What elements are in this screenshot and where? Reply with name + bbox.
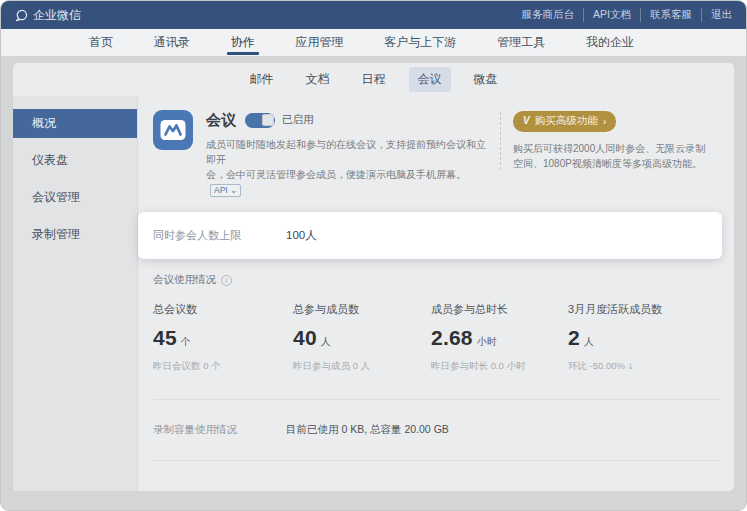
- nav-item-home[interactable]: 首页: [89, 29, 113, 56]
- tab-meeting[interactable]: 会议: [409, 67, 451, 92]
- nav-item-customers[interactable]: 客户与上下游: [384, 29, 456, 56]
- tab-drive[interactable]: 微盘: [465, 67, 507, 92]
- buy-premium-button[interactable]: V 购买高级功能 ›: [513, 111, 616, 132]
- stat-value: 45: [153, 326, 177, 350]
- stat-value: 40: [293, 326, 317, 350]
- arrow-right-icon: ›: [603, 116, 607, 126]
- link-provider-console[interactable]: 服务商后台: [513, 8, 584, 22]
- participant-limit-label: 同时参会人数上限: [153, 228, 286, 243]
- stat-unit: 人: [584, 335, 594, 349]
- tab-mail[interactable]: 邮件: [241, 67, 283, 92]
- stat-unit: 小时: [477, 335, 497, 349]
- api-dropdown-tag[interactable]: API ⌄: [210, 184, 241, 197]
- stat-unit: 人: [321, 335, 331, 349]
- stat-value: 2.68: [431, 326, 473, 350]
- link-api-docs[interactable]: API文档: [583, 8, 640, 22]
- premium-section: V 购买高级功能 › 购买后可获得2000人同时参会、无限云录制 空间、1080…: [513, 110, 726, 197]
- stat-unit: 个: [181, 335, 191, 349]
- info-icon[interactable]: i: [221, 275, 232, 286]
- stat-total-participants: 总参与成员数 40 人 昨日参与成员 0 人: [293, 302, 431, 373]
- stat-value: 2: [568, 326, 580, 350]
- sidebar-item-recording-management[interactable]: 录制管理: [13, 220, 137, 249]
- main-panel: 会议 已启用 成员可随时随地发起和参与的在线会议，支持提前预约会议和立即开 会，…: [138, 96, 734, 491]
- usage-title: 会议使用情况: [153, 273, 216, 287]
- sidebar-item-dashboard[interactable]: 仪表盘: [13, 146, 137, 175]
- trend-down-icon: ↓: [628, 360, 633, 371]
- premium-description: 购买后可获得2000人同时参会、无限云录制 空间、1080P视频清晰度等多项高级…: [513, 141, 720, 171]
- secondary-tabs: 邮件 文档 日程 会议 微盘: [13, 63, 734, 96]
- premium-description-line1: 购买后可获得2000人同时参会、无限云录制: [513, 143, 705, 154]
- buy-premium-label: 购买高级功能: [535, 114, 598, 128]
- link-contact-support[interactable]: 联系客服: [640, 8, 701, 22]
- enable-toggle[interactable]: [245, 113, 275, 128]
- app-description: 成员可随时随地发起和参与的在线会议，支持提前预约会议和立即开 会，会中可灵活管理…: [206, 137, 488, 197]
- wechat-work-bubble-icon: [15, 9, 28, 22]
- status-enabled-label: 已启用: [282, 113, 314, 127]
- link-logout[interactable]: 退出: [701, 8, 732, 22]
- recording-capacity-value: 目前已使用 0 KB, 总容量 20.00 GB: [286, 423, 449, 437]
- caret-down-icon: ⌄: [230, 185, 237, 195]
- premium-description-line2: 空间、1080P视频清晰度等多项高级功能。: [513, 158, 702, 169]
- app-header: 会议 已启用 成员可随时随地发起和参与的在线会议，支持提前预约会议和立即开 会，…: [138, 110, 734, 197]
- stats-row: 总会议数 45 个 昨日会议数 0 个 总参与成员数 40 人: [153, 302, 719, 373]
- app-header-text: 会议 已启用 成员可随时随地发起和参与的在线会议，支持提前预约会议和立即开 会，…: [206, 110, 488, 197]
- recording-capacity-label: 录制容量使用情况: [153, 423, 286, 437]
- recording-capacity-row: 录制容量使用情况 目前已使用 0 KB, 总容量 20.00 GB: [153, 399, 722, 461]
- sidebar: 概况 仪表盘 会议管理 录制管理: [13, 96, 138, 491]
- stat-subtext: 环比 -50.00%↓: [568, 360, 719, 373]
- sidebar-item-overview[interactable]: 概况: [13, 109, 137, 138]
- brand-logo[interactable]: 企业微信: [15, 7, 81, 24]
- card-body: 概况 仪表盘 会议管理 录制管理 会: [13, 96, 734, 491]
- participant-limit-value: 100人: [286, 228, 317, 243]
- app-description-line2: 会，会中可灵活管理参会成员，便捷演示电脑及手机屏幕。: [206, 169, 466, 180]
- browser-window: 企业微信 服务商后台 API文档 联系客服 退出 首页 通讯录 协作 应用管理 …: [0, 0, 747, 511]
- premium-v-icon: V: [523, 115, 530, 126]
- tab-calendar[interactable]: 日程: [353, 67, 395, 92]
- nav-item-my-company[interactable]: 我的企业: [586, 29, 634, 56]
- toggle-knob: [262, 114, 274, 126]
- usage-title-row: 会议使用情况 i: [153, 273, 719, 287]
- topbar-links: 服务商后台 API文档 联系客服 退出: [513, 8, 732, 22]
- stat-monthly-active: 3月月度活跃成员数 2 人 环比 -50.00%↓: [568, 302, 719, 373]
- usage-section: 会议使用情况 i 总会议数 45 个 昨日会议数 0 个: [138, 273, 734, 373]
- stat-total-meetings: 总会议数 45 个 昨日会议数 0 个: [153, 302, 293, 373]
- stat-subtext: 昨日参与成员 0 人: [293, 360, 431, 373]
- brand-name: 企业微信: [33, 7, 81, 24]
- nav-item-collaboration[interactable]: 协作: [231, 29, 255, 56]
- content-card: 邮件 文档 日程 会议 微盘 概况 仪表盘 会议管理 录制管理: [13, 63, 734, 491]
- stat-subtext: 昨日参与时长 0.0 小时: [431, 360, 568, 373]
- page-title: 会议: [206, 111, 236, 130]
- app-description-line1: 成员可随时随地发起和参与的在线会议，支持提前预约会议和立即开: [206, 139, 486, 165]
- nav-item-contacts[interactable]: 通讯录: [154, 29, 190, 56]
- sidebar-item-meeting-management[interactable]: 会议管理: [13, 183, 137, 212]
- primary-nav: 首页 通讯录 协作 应用管理 客户与上下游 管理工具 我的企业: [1, 29, 746, 56]
- nav-item-admin-tools[interactable]: 管理工具: [497, 29, 545, 56]
- participant-limit-row: 同时参会人数上限 100人: [138, 212, 722, 259]
- stat-subtext: 昨日会议数 0 个: [153, 360, 293, 373]
- nav-item-apps[interactable]: 应用管理: [295, 29, 343, 56]
- topbar: 企业微信 服务商后台 API文档 联系客服 退出: [1, 1, 746, 29]
- meeting-app-icon: [153, 110, 193, 150]
- dashed-divider: [500, 112, 501, 170]
- stat-total-duration: 成员参与总时长 2.68 小时 昨日参与时长 0.0 小时: [431, 302, 568, 373]
- tab-docs[interactable]: 文档: [297, 67, 339, 92]
